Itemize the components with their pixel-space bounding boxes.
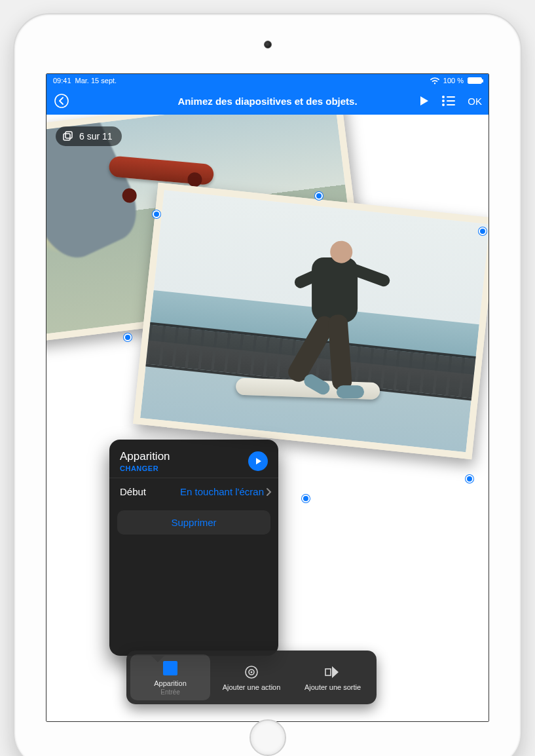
preview-play-button[interactable] [248, 451, 268, 471]
anim-add-action-button[interactable]: Ajouter une action [212, 654, 291, 700]
battery-percent: 100 % [443, 77, 464, 85]
screen: 09:41 Mar. 15 sept. 100 % Animez des dia… [46, 73, 489, 722]
build-out-icon [324, 664, 341, 681]
app-toolbar: Animez des diapositives et des objets. O… [46, 87, 489, 115]
selection-handle[interactable] [124, 333, 132, 341]
selection-handle[interactable] [315, 192, 323, 200]
svg-rect-4 [447, 100, 455, 102]
status-bar: 09:41 Mar. 15 sept. 100 % [46, 74, 489, 87]
animation-popover: Apparition CHANGER Début En touchant l'é… [109, 440, 278, 656]
status-time: 09:41 [53, 77, 71, 85]
svg-point-11 [251, 671, 253, 673]
popover-title: Apparition [120, 450, 170, 463]
home-button[interactable] [249, 719, 286, 756]
anim-label: Apparition [154, 679, 187, 688]
ipad-frame: 09:41 Mar. 15 sept. 100 % Animez des dia… [13, 13, 522, 756]
done-button[interactable]: OK [468, 96, 482, 107]
svg-rect-2 [447, 96, 455, 98]
animation-type-bar: Apparition Entrée Ajouter une action Ajo… [126, 651, 377, 704]
svg-rect-8 [65, 132, 72, 138]
slide-counter-text: 6 sur 11 [79, 131, 113, 142]
start-label: Début [120, 486, 146, 497]
build-order-icon[interactable] [441, 95, 456, 107]
selection-handle[interactable] [153, 210, 160, 218]
play-icon[interactable] [418, 95, 430, 107]
status-date: Mar. 15 sept. [75, 77, 117, 85]
start-trigger-row[interactable]: Début En touchant l'écran [109, 478, 278, 505]
selection-handle[interactable] [466, 475, 473, 483]
wifi-icon [430, 77, 439, 85]
start-value: En touchant l'écran [180, 486, 264, 497]
build-in-thumb-icon [163, 661, 177, 675]
slides-icon [62, 130, 74, 142]
chevron-right-icon [265, 487, 272, 497]
svg-point-0 [55, 94, 68, 107]
slide-canvas[interactable]: 6 sur 11 Apparition CHANGER Début En [46, 115, 489, 721]
delete-animation-button[interactable]: Supprimer [117, 510, 270, 535]
photo-skater-jump[interactable] [133, 183, 489, 459]
selection-handle[interactable] [479, 227, 487, 235]
svg-rect-6 [447, 104, 455, 105]
anim-sublabel: Entrée [160, 688, 179, 696]
anim-label: Ajouter une action [223, 683, 281, 692]
back-icon[interactable] [53, 92, 70, 109]
svg-point-1 [442, 96, 445, 98]
svg-point-5 [442, 104, 445, 106]
svg-rect-7 [64, 134, 70, 140]
front-camera [264, 41, 272, 48]
change-effect-button[interactable]: CHANGER [120, 464, 170, 472]
svg-rect-12 [325, 669, 331, 675]
action-icon [244, 664, 259, 681]
anim-label: Ajouter une sortie [304, 683, 361, 692]
anim-build-in-button[interactable]: Apparition Entrée [130, 654, 210, 700]
anim-add-build-out-button[interactable]: Ajouter une sortie [293, 654, 373, 700]
slide-counter-badge[interactable]: 6 sur 11 [56, 126, 122, 146]
battery-icon [468, 77, 482, 84]
svg-point-3 [442, 100, 445, 102]
selection-handle[interactable] [302, 495, 310, 502]
